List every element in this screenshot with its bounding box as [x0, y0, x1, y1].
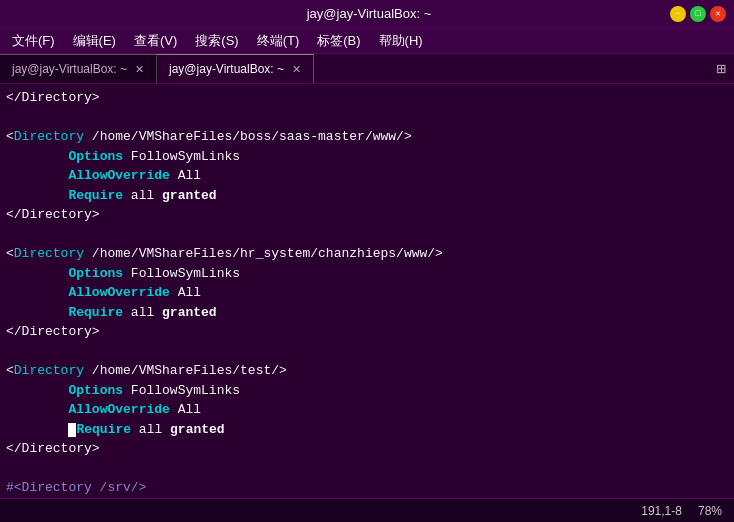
line-6: Require all granted — [6, 186, 728, 206]
tab-1-close[interactable]: ✕ — [292, 63, 301, 76]
tab-1-label: jay@jay-VirtualBox: ~ — [169, 62, 284, 76]
tab-0[interactable]: jay@jay-VirtualBox: ~ ✕ — [0, 54, 157, 83]
menu-file[interactable]: 文件(F) — [4, 30, 63, 52]
tab-0-close[interactable]: ✕ — [135, 63, 144, 76]
terminal-content[interactable]: </Directory> <Directory /home/VMShareFil… — [0, 84, 734, 498]
line-16: Options FollowSymLinks — [6, 381, 728, 401]
line-4: Options FollowSymLinks — [6, 147, 728, 167]
line-5: AllowOverride All — [6, 166, 728, 186]
menu-tabs[interactable]: 标签(B) — [309, 30, 368, 52]
line-17: AllowOverride All — [6, 400, 728, 420]
line-8 — [6, 225, 728, 245]
line-12: Require all granted — [6, 303, 728, 323]
line-20 — [6, 459, 728, 479]
line-21: #<Directory /srv/> — [6, 478, 728, 498]
menu-bar: 文件(F) 编辑(E) 查看(V) 搜索(S) 终端(T) 标签(B) 帮助(H… — [0, 28, 734, 54]
zoom-level: 78% — [698, 504, 722, 518]
menu-edit[interactable]: 编辑(E) — [65, 30, 124, 52]
status-bar: 191,1-8 78% — [0, 498, 734, 522]
title-bar: jay@jay-VirtualBox: ~ – □ ✕ — [0, 0, 734, 28]
cursor-position: 191,1-8 — [641, 504, 682, 518]
line-2 — [6, 108, 728, 128]
menu-help[interactable]: 帮助(H) — [371, 30, 431, 52]
tab-bar: jay@jay-VirtualBox: ~ ✕ jay@jay-VirtualB… — [0, 54, 734, 84]
close-button[interactable]: ✕ — [710, 6, 726, 22]
new-tab-button[interactable]: ⊞ — [708, 54, 734, 83]
menu-view[interactable]: 查看(V) — [126, 30, 185, 52]
line-18: Require all granted — [6, 420, 728, 440]
line-14 — [6, 342, 728, 362]
line-13: </Directory> — [6, 322, 728, 342]
window-controls[interactable]: – □ ✕ — [670, 6, 726, 22]
minimize-button[interactable]: – — [670, 6, 686, 22]
line-3: <Directory /home/VMShareFiles/boss/saas-… — [6, 127, 728, 147]
line-11: AllowOverride All — [6, 283, 728, 303]
line-10: Options FollowSymLinks — [6, 264, 728, 284]
line-15: <Directory /home/VMShareFiles/test/> — [6, 361, 728, 381]
tab-1[interactable]: jay@jay-VirtualBox: ~ ✕ — [157, 54, 314, 83]
window-title: jay@jay-VirtualBox: ~ — [68, 6, 670, 21]
maximize-button[interactable]: □ — [690, 6, 706, 22]
tab-0-label: jay@jay-VirtualBox: ~ — [12, 62, 127, 76]
line-9: <Directory /home/VMShareFiles/hr_system/… — [6, 244, 728, 264]
line-19: </Directory> — [6, 439, 728, 459]
menu-search[interactable]: 搜索(S) — [187, 30, 246, 52]
line-1: </Directory> — [6, 88, 728, 108]
menu-terminal[interactable]: 终端(T) — [249, 30, 308, 52]
line-7: </Directory> — [6, 205, 728, 225]
